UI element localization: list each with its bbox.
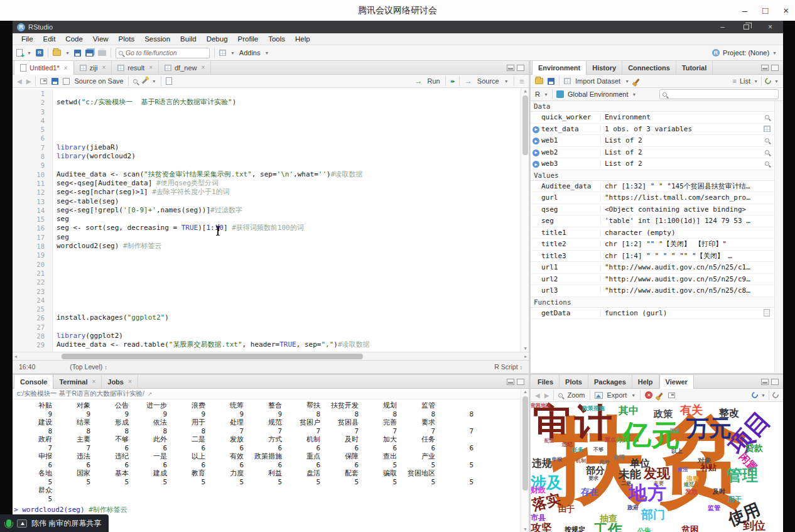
environment-object-row[interactable]: ▶web1List of 2: [531, 135, 774, 147]
new-project-icon[interactable]: R: [36, 49, 43, 57]
viewer-forward-icon[interactable]: ▶: [544, 392, 549, 399]
files-tab-files[interactable]: Files: [532, 375, 560, 388]
files-tab-packages[interactable]: Packages: [588, 375, 632, 388]
inspect-icon[interactable]: [765, 138, 769, 143]
environment-object-row[interactable]: title1character (empty): [531, 227, 774, 239]
environment-object-row[interactable]: title2chr [1:2] "" "【关闭】 【打印】": [531, 239, 774, 251]
print-icon[interactable]: [98, 50, 106, 56]
viewer-popout-icon[interactable]: [668, 393, 675, 398]
save-icon[interactable]: [74, 50, 81, 57]
compile-report-icon[interactable]: [166, 77, 172, 85]
source-tab-result[interactable]: result×: [112, 61, 159, 74]
inspect-icon[interactable]: [765, 150, 769, 155]
load-workspace-icon[interactable]: [535, 78, 543, 84]
r-language-selector[interactable]: R: [535, 90, 540, 98]
rstudio-restore-button[interactable]: [744, 24, 749, 30]
open-file-icon[interactable]: [53, 50, 61, 56]
rerun-icon[interactable]: ▸▸: [451, 78, 454, 84]
minimize-pane-icon[interactable]: [507, 379, 514, 385]
console-tab-console[interactable]: Console: [14, 375, 53, 389]
environment-object-row[interactable]: url1"http://www.audit.gov.cn/n5/n25/c1…: [531, 262, 774, 274]
close-tab-icon[interactable]: ×: [128, 378, 132, 385]
menu-plots[interactable]: Plots: [114, 33, 140, 45]
maximize-pane-icon[interactable]: [517, 379, 524, 385]
expand-icon[interactable]: ▶: [533, 161, 539, 168]
save-all-icon[interactable]: [85, 50, 94, 57]
inspect-icon[interactable]: [765, 161, 769, 166]
files-tab-help[interactable]: Help: [632, 375, 659, 388]
minimize-pane-icon[interactable]: [761, 65, 769, 71]
inspect-icon[interactable]: [765, 115, 769, 119]
workspace-panes-dropdown-icon[interactable]: ▼: [230, 51, 235, 55]
viewer-zoom-button[interactable]: Zoom: [567, 391, 585, 399]
environment-object-row[interactable]: ▶web3List of 2: [531, 158, 774, 170]
screen-share-icon[interactable]: [17, 519, 27, 528]
rstudio-close-button[interactable]: ×: [768, 23, 772, 31]
viewer-back-icon[interactable]: ◀: [535, 392, 540, 399]
list-view-selector[interactable]: List: [740, 77, 750, 85]
menu-build[interactable]: Build: [175, 33, 202, 45]
source-tab-df-new[interactable]: df_new×: [159, 61, 211, 74]
find-replace-icon[interactable]: [133, 79, 138, 84]
run-button[interactable]: Run: [428, 77, 440, 85]
environment-object-row[interactable]: ▶web2List of 2: [531, 147, 774, 159]
close-tab-icon[interactable]: ×: [92, 378, 95, 385]
menu-profile[interactable]: Profile: [233, 33, 264, 45]
menu-file[interactable]: File: [16, 33, 38, 45]
maximize-pane-icon[interactable]: [517, 65, 524, 71]
forward-icon[interactable]: ▶: [26, 78, 31, 85]
project-selector[interactable]: R Project: (None) ▼: [712, 49, 779, 57]
files-tab-viewer[interactable]: Viewer: [659, 375, 694, 389]
scope-selector[interactable]: (Top Level) ↕: [70, 363, 107, 371]
export-dropdown-icon[interactable]: ▼: [631, 393, 635, 398]
global-environment-selector[interactable]: Global Environment: [568, 90, 629, 98]
close-tab-icon[interactable]: ×: [64, 65, 68, 72]
clear-objects-icon[interactable]: [635, 79, 640, 84]
source-on-save-checkbox[interactable]: [63, 78, 70, 85]
expand-icon[interactable]: ▶: [533, 126, 539, 133]
source-dropdown-icon[interactable]: ▼: [504, 79, 509, 84]
console-output[interactable]: 补贴对象公告进一步浪费统筹整合帮扶扶贫开发规划监管999999988888建设结…: [13, 399, 520, 532]
meeting-maximize-button[interactable]: □: [762, 5, 768, 16]
open-directory-icon[interactable]: ↗: [148, 391, 153, 397]
console-tab-terminal[interactable]: Terminal×: [53, 375, 102, 388]
console-tab-jobs[interactable]: Jobs×: [102, 375, 138, 388]
close-tab-icon[interactable]: ×: [149, 64, 153, 71]
refresh-dropdown-icon[interactable]: ▼: [774, 79, 779, 84]
menu-code[interactable]: Code: [60, 33, 88, 45]
goto-file-function-box[interactable]: [116, 48, 210, 58]
console-vertical-scrollbar[interactable]: ▲ ▼: [521, 389, 529, 532]
export-button[interactable]: Export: [607, 391, 627, 399]
menu-view[interactable]: View: [88, 33, 114, 45]
files-tab-plots[interactable]: Plots: [560, 375, 588, 388]
new-file-dropdown-icon[interactable]: ▼: [27, 51, 31, 55]
environment-object-row[interactable]: getDatafunction (gurl): [531, 308, 774, 320]
environment-tab-history[interactable]: History: [587, 61, 622, 74]
code-editor[interactable]: 1234567891011121314151617181920212223242…: [13, 88, 529, 352]
document-type-selector[interactable]: R Script ↕: [494, 363, 522, 371]
environment-object-row[interactable]: Auditee_datachr [1:32] " " "145个贫困县扶贫审计结…: [531, 181, 774, 193]
meeting-close-button[interactable]: ×: [783, 5, 789, 16]
close-tab-icon[interactable]: ×: [201, 64, 205, 71]
refresh-environment-icon[interactable]: [764, 77, 772, 85]
environment-object-row[interactable]: title3chr [1:4] " " " " "" "【关闭】 …: [531, 251, 774, 263]
environment-object-row[interactable]: seg'table' int [1:100(1d)] 124 79 53 …: [531, 215, 774, 227]
maximize-pane-icon[interactable]: [771, 379, 779, 385]
menu-tools[interactable]: Tools: [263, 33, 290, 45]
environment-object-row[interactable]: quick_workerEnvironment: [531, 112, 774, 124]
environment-tab-tutorial[interactable]: Tutorial: [676, 61, 713, 74]
minimize-pane-icon[interactable]: [507, 65, 514, 71]
editor-save-icon[interactable]: [51, 78, 58, 85]
editor-vertical-scrollbar[interactable]: ▲ ▼: [521, 88, 529, 352]
source-tab-ziji[interactable]: ziji×: [74, 61, 112, 74]
environment-search-box[interactable]: [659, 89, 779, 99]
import-dataset-dropdown-icon[interactable]: ▼: [625, 79, 629, 84]
code-area[interactable]: setwd("c:/实验模块一 基于R语言的大数据审计实验")library(j…: [57, 89, 520, 352]
console-prompt-line[interactable]: > wordcloud2(seg) #制作标签云: [14, 505, 520, 514]
environment-object-row[interactable]: ▶text_data1 obs. of 3 variables: [531, 124, 774, 136]
workspace-panes-icon[interactable]: [219, 50, 226, 56]
sync-icon[interactable]: [750, 391, 759, 399]
save-workspace-icon[interactable]: [548, 78, 554, 85]
environment-object-row[interactable]: gurl"https://list.tmall.com/search_pro…: [531, 192, 774, 204]
environment-object-row[interactable]: url2"http://www.audit.gov.cn/n5/n25/c9…: [531, 274, 774, 286]
